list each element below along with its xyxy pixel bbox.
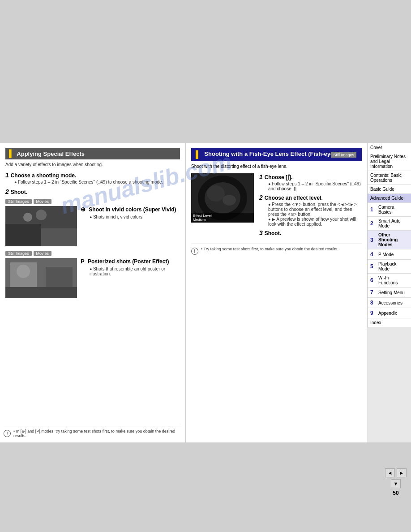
sidebar-camera-basics-label: Camera Basics — [378, 205, 408, 215]
sidebar-item-camera-basics[interactable]: 1 Camera Basics — [368, 203, 411, 217]
left-note: ! • In [⊕] and [P] modes, try taking som… — [4, 426, 182, 438]
sidebar-item-contents[interactable]: Contents: Basic Operations — [368, 171, 411, 185]
sidebar-item-smart-auto[interactable]: 2 Smart Auto Mode — [368, 217, 411, 231]
subsection-1-bullet-1: Shots in rich, vivid colors. — [90, 215, 180, 219]
sidebar-item-cover[interactable]: Cover — [368, 143, 411, 152]
sidebar-nav: Cover Preliminary Notes and Legal Inform… — [367, 143, 411, 327]
sidebar-p-mode-number: 4 — [370, 251, 377, 257]
step-1-number: 1 — [5, 172, 11, 179]
svg-point-3 — [36, 210, 47, 220]
subsection-2-badges: Still Images Movies — [5, 251, 180, 256]
right-step-2: 2 Choose an effect level. Press the <▼> … — [259, 194, 362, 227]
svg-point-14 — [223, 195, 236, 206]
sidebar-item-p-mode[interactable]: 4 P Mode — [368, 249, 411, 260]
right-steps: 1 Choose [ʃ]. Follow steps 1 – 2 in "Spe… — [259, 173, 362, 239]
super-vivid-icon: ⊕ — [81, 206, 86, 213]
subsection-2-title: P Posterized shots (Poster Effect) — [81, 258, 180, 265]
right-step-1-title: Choose [ʃ]. — [265, 174, 293, 180]
subsection-2-title-text: Posterized shots (Poster Effect) — [88, 258, 169, 265]
left-panel: Applying Special Effects Add a variety o… — [0, 143, 186, 442]
svg-point-4 — [23, 213, 32, 222]
sidebar-item-accessories[interactable]: 8 Accessories — [368, 298, 411, 308]
sidebar-item-basic-guide[interactable]: Basic Guide — [368, 185, 411, 194]
sidebar-item-wifi[interactable]: 6 Wi-Fi Functions — [368, 274, 411, 287]
right-step-3-title: Shoot. — [265, 230, 281, 236]
left-step-2: 2 Shoot. — [5, 188, 180, 195]
badge-movies-1: Movies — [34, 199, 52, 204]
subsection-1-bullets: Shots in rich, vivid colors. — [90, 215, 180, 219]
sidebar-item-other-shooting[interactable]: 3 Other Shooting Modes — [368, 231, 411, 249]
sidebar-appendix-number: 9 — [370, 310, 377, 316]
badge-movies-2: Movies — [34, 251, 52, 256]
step-1-desc-text: Follow steps 1 – 2 in "Specific Scenes" … — [14, 180, 180, 184]
right-step-2-title: Choose an effect level. — [265, 195, 323, 201]
left-section-subtitle: Add a variety of effects to images when … — [5, 162, 180, 167]
fish-eye-overlay: Effect Level Medium — [191, 213, 254, 223]
right-panel: Shooting with a Fish-Eye Lens Effect (Fi… — [186, 143, 367, 442]
subsection-super-vivid: Still Images Movies — [5, 199, 180, 246]
sidebar-setting-number: 7 — [370, 289, 377, 296]
left-step-1: 1 Choose a shooting mode. Follow steps 1… — [5, 172, 180, 184]
sidebar-appendix-label: Appendix — [378, 311, 397, 316]
step-2-title: Shoot. — [11, 189, 27, 195]
page-nav-row: ◄ ► — [385, 468, 407, 477]
sidebar-item-setting[interactable]: 7 Setting Menu — [368, 287, 411, 298]
sidebar-smart-auto-label: Smart Auto Mode — [378, 219, 408, 228]
svg-point-13 — [207, 185, 225, 202]
sidebar-playback-number: 5 — [370, 263, 377, 270]
bottom-gray-area — [0, 442, 411, 532]
subsection-1-content: ⊕ Shoot in vivid colors (Super Vivid) Sh… — [5, 206, 180, 246]
step-1-title: Choose a shooting mode. — [11, 172, 77, 179]
sidebar-other-shooting-number: 3 — [370, 237, 377, 243]
right-note: ! • Try taking some test shots first, to… — [191, 244, 362, 255]
subsection-1-text: ⊕ Shoot in vivid colors (Super Vivid) Sh… — [81, 206, 180, 246]
right-step-2-bullet-2-text: A preview is shown of how your shot will… — [268, 217, 356, 227]
sidebar-other-shooting-label: Other Shooting Modes — [378, 232, 408, 247]
sidebar-wifi-label: Wi-Fi Functions — [378, 275, 408, 285]
sidebar-item-playback[interactable]: 5 Playback Mode — [368, 260, 411, 274]
right-note-text: • Try taking some test shots first, to m… — [201, 247, 338, 255]
sidebar-accessories-label: Accessories — [378, 300, 402, 305]
poster-image — [5, 258, 77, 298]
fish-eye-content: Effect Level Medium 1 Choose [ʃ]. Follow… — [191, 173, 362, 239]
right-step-2-bullet-2: ▶ A preview is shown of how your shot wi… — [268, 217, 362, 227]
sidebar-smart-auto-number: 2 — [370, 220, 377, 227]
sidebar-p-mode-label: P Mode — [378, 252, 394, 257]
right-still-images-badge: Still Images — [331, 152, 356, 158]
left-note-text: • In [⊕] and [P] modes, try taking some … — [13, 429, 182, 438]
overlay-line1: Effect Level — [193, 214, 252, 218]
sidebar-item-index[interactable]: Index — [368, 318, 411, 327]
fish-eye-image: Effect Level Medium — [191, 173, 254, 223]
right-step-1-number: 1 — [259, 173, 265, 180]
main-content: Applying Special Effects Add a variety o… — [0, 143, 367, 442]
page-number: 50 — [393, 490, 398, 496]
arrow-bullet-icon: ▶ — [272, 217, 276, 222]
subsection-1-title: ⊕ Shoot in vivid colors (Super Vivid) — [81, 206, 180, 213]
right-note-icon: ! — [191, 248, 198, 255]
svg-rect-1 — [5, 224, 41, 246]
subsection-1-title-text: Shoot in vivid colors (Super Vivid) — [89, 206, 176, 213]
sidebar-item-advanced-guide[interactable]: Advanced Guide — [368, 194, 411, 203]
sidebar-item-appendix[interactable]: 9 Appendix — [368, 308, 411, 318]
right-intro: Shoot with the distorting effect of a fi… — [191, 164, 362, 169]
sidebar-wifi-number: 6 — [370, 277, 377, 283]
sidebar-item-preliminary[interactable]: Preliminary Notes and Legal Information — [368, 152, 411, 171]
right-step-2-bullets: Press the <▼> button, press the <◄><►> b… — [268, 202, 362, 227]
subsection-2-bullets: Shots that resemble an old poster or ill… — [90, 266, 180, 276]
prev-page-button[interactable]: ◄ — [385, 468, 395, 477]
sidebar-cover-label: Cover — [370, 145, 382, 150]
right-step-3-number: 3 — [259, 229, 265, 236]
poster-svg — [5, 258, 77, 298]
top-gray-area — [0, 0, 411, 143]
step-2-number: 2 — [5, 188, 11, 195]
subsection-2-content: P Posterized shots (Poster Effect) Shots… — [5, 258, 180, 298]
next-page-button[interactable]: ► — [397, 468, 407, 477]
overlay-line2: Medium — [193, 218, 252, 222]
subsection-2-bullet-1: Shots that resemble an old poster or ill… — [90, 266, 180, 276]
sidebar-preliminary-label: Preliminary Notes and Legal Information — [370, 154, 408, 169]
down-button[interactable]: ▼ — [391, 479, 401, 488]
sidebar-index-label: Index — [370, 320, 381, 325]
sidebar-basic-guide-label: Basic Guide — [370, 187, 394, 192]
page-container: manualslib.com Applying Special Effects … — [0, 0, 411, 532]
right-step-3: 3 Shoot. — [259, 229, 362, 236]
